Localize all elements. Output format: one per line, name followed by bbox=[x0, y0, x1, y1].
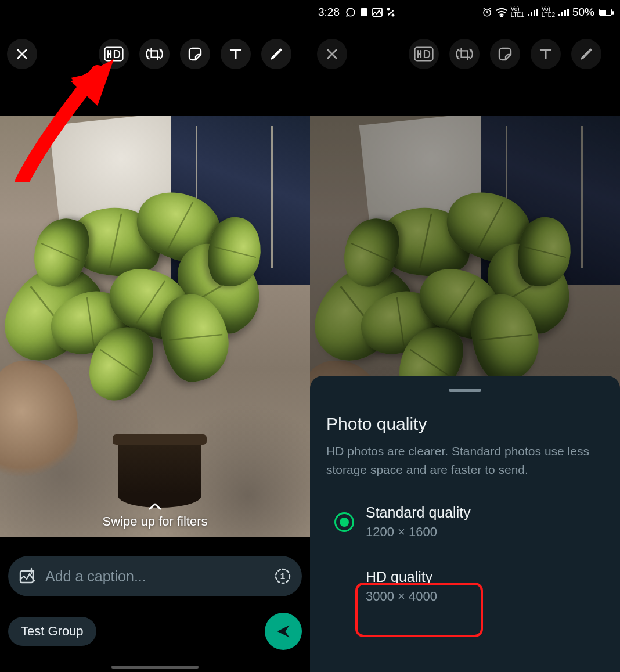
sheet-description: HD photos are clearer. Standard photos u… bbox=[326, 442, 604, 479]
battery-percent: 50% bbox=[572, 6, 594, 19]
pencil-icon bbox=[269, 46, 284, 62]
alarm-status-icon bbox=[482, 7, 492, 17]
svg-rect-12 bbox=[528, 14, 529, 16]
svg-point-9 bbox=[392, 15, 394, 16]
annotation-highlight-hd bbox=[355, 583, 483, 637]
battery-icon bbox=[599, 9, 612, 16]
status-time: 3:28 bbox=[318, 6, 340, 19]
sim-status-icon bbox=[359, 7, 369, 17]
pencil-icon bbox=[579, 46, 594, 62]
svg-rect-6 bbox=[361, 8, 367, 16]
svg-rect-19 bbox=[567, 9, 569, 16]
option-standard-quality[interactable]: Standard quality 1200 × 1600 bbox=[326, 498, 604, 548]
chevron-up-icon bbox=[148, 502, 162, 511]
crop-rotate-icon bbox=[146, 45, 163, 63]
draw-button[interactable] bbox=[571, 39, 601, 69]
add-photo-icon[interactable] bbox=[19, 567, 36, 585]
sticker-icon bbox=[497, 46, 513, 62]
svg-text:1: 1 bbox=[280, 571, 285, 581]
signal-bars-1 bbox=[528, 8, 538, 16]
sheet-title: Photo quality bbox=[326, 414, 604, 434]
misc-status-icon bbox=[386, 7, 395, 17]
left-screenshot: Swipe up for filters Add a caption... 1 … bbox=[0, 0, 310, 672]
signal-bars-2 bbox=[558, 8, 569, 16]
crop-rotate-button[interactable] bbox=[139, 39, 170, 69]
sim2-signal-icon: Vo)LTE2 bbox=[542, 6, 555, 18]
caption-bar[interactable]: Add a caption... 1 bbox=[8, 556, 302, 596]
sticker-button[interactable] bbox=[180, 39, 210, 69]
option-standard-resolution: 1200 × 1600 bbox=[366, 524, 471, 540]
hd-icon bbox=[414, 46, 434, 62]
send-button[interactable] bbox=[265, 613, 302, 650]
text-icon bbox=[228, 46, 243, 62]
home-indicator bbox=[111, 666, 199, 669]
svg-rect-13 bbox=[531, 12, 532, 16]
bottom-bar: Test Group bbox=[8, 614, 302, 649]
svg-point-11 bbox=[500, 16, 502, 17]
close-button[interactable] bbox=[317, 39, 347, 69]
text-button[interactable] bbox=[531, 39, 561, 69]
sticker-icon bbox=[187, 46, 203, 62]
image-status-icon bbox=[372, 8, 383, 17]
view-once-icon[interactable]: 1 bbox=[274, 567, 291, 585]
swipe-hint-label: Swipe up for filters bbox=[103, 514, 208, 529]
draw-button[interactable] bbox=[261, 39, 291, 69]
caption-input[interactable]: Add a caption... bbox=[45, 568, 265, 585]
svg-point-8 bbox=[387, 9, 389, 10]
radio-selected-icon bbox=[334, 512, 354, 532]
option-standard-label: Standard quality bbox=[366, 504, 471, 521]
crop-rotate-icon bbox=[456, 45, 473, 63]
photo-quality-sheet: Photo quality HD photos are clearer. Sta… bbox=[310, 376, 620, 672]
sim1-signal-icon: Vo)LTE1 bbox=[511, 6, 524, 18]
wifi-status-icon bbox=[496, 8, 507, 17]
annotation-arrow bbox=[10, 49, 127, 182]
sheet-drag-handle[interactable] bbox=[449, 389, 481, 392]
svg-rect-14 bbox=[534, 10, 535, 16]
hd-button[interactable] bbox=[409, 39, 439, 69]
text-button[interactable] bbox=[221, 39, 251, 69]
status-bar-right: 3:28 Vo)LTE1 Vo)LTE2 50% bbox=[310, 0, 620, 24]
svg-rect-15 bbox=[536, 9, 538, 16]
recipient-chip[interactable]: Test Group bbox=[8, 617, 96, 646]
sticker-button[interactable] bbox=[490, 39, 520, 69]
swipe-up-hint[interactable]: Swipe up for filters bbox=[0, 502, 310, 529]
text-icon bbox=[538, 46, 553, 62]
crop-rotate-button[interactable] bbox=[449, 39, 480, 69]
editor-toolbar-right bbox=[310, 28, 620, 80]
whatsapp-status-icon bbox=[345, 7, 356, 17]
close-icon bbox=[325, 46, 340, 62]
svg-rect-18 bbox=[564, 10, 566, 16]
svg-rect-17 bbox=[561, 12, 563, 16]
right-screenshot: 3:28 Vo)LTE1 Vo)LTE2 50% bbox=[310, 0, 620, 672]
send-icon bbox=[275, 623, 291, 639]
svg-rect-16 bbox=[558, 14, 560, 16]
